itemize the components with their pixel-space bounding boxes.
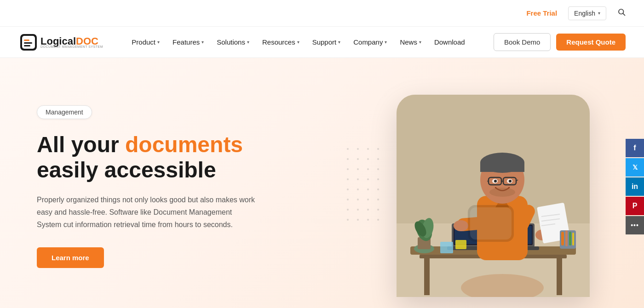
facebook-button[interactable]: f bbox=[626, 139, 644, 157]
free-trial-link[interactable]: Free Trial bbox=[526, 9, 557, 17]
nav-item-company[interactable]: Company ▾ bbox=[348, 34, 392, 50]
language-chevron-icon: ▾ bbox=[598, 11, 600, 16]
pinterest-button[interactable]: P bbox=[626, 197, 644, 215]
social-sidebar: f 𝕏 in P ••• bbox=[626, 139, 644, 234]
nav-link-download[interactable]: Download bbox=[429, 34, 471, 50]
svg-line-1 bbox=[623, 13, 625, 15]
nav-item-news[interactable]: News ▾ bbox=[394, 34, 427, 50]
hero-illustration bbox=[397, 95, 590, 297]
hero-title-part1: All your bbox=[37, 132, 125, 157]
svg-point-37 bbox=[494, 180, 497, 183]
language-label: English bbox=[574, 10, 595, 17]
nav-item-features[interactable]: Features ▾ bbox=[167, 34, 209, 50]
nav-link-solutions[interactable]: Solutions ▾ bbox=[211, 34, 255, 50]
svg-point-47 bbox=[454, 220, 468, 231]
svg-rect-53 bbox=[569, 232, 571, 245]
linkedin-icon: in bbox=[632, 183, 638, 191]
request-quote-button[interactable]: Request Quote bbox=[556, 34, 626, 51]
svg-rect-12 bbox=[424, 258, 430, 295]
logo-icon bbox=[18, 32, 39, 52]
nav-buttons: Book Demo Request Quote bbox=[494, 33, 626, 51]
nav-item-product[interactable]: Product ▾ bbox=[126, 34, 165, 50]
nav-item-support[interactable]: Support ▾ bbox=[307, 34, 346, 50]
linkedin-button[interactable]: in bbox=[626, 177, 644, 196]
support-chevron-icon: ▾ bbox=[338, 40, 340, 45]
nav-item-resources[interactable]: Resources ▾ bbox=[257, 34, 305, 50]
hero-title-part2: easily accessible bbox=[37, 158, 216, 182]
resources-chevron-icon: ▾ bbox=[297, 40, 299, 45]
svg-rect-5 bbox=[24, 42, 32, 44]
more-social-button[interactable]: ••• bbox=[626, 216, 644, 234]
navbar: LogicalDOC DOCUMENT MANAGEMENT SYSTEM Pr… bbox=[0, 27, 644, 58]
nav-link-product[interactable]: Product ▾ bbox=[126, 34, 165, 50]
nav-link-company[interactable]: Company ▾ bbox=[348, 34, 392, 50]
solutions-chevron-icon: ▾ bbox=[247, 40, 249, 45]
svg-point-39 bbox=[489, 188, 515, 197]
features-chevron-icon: ▾ bbox=[201, 40, 204, 45]
hero-content: Management All your documents easily acc… bbox=[37, 105, 361, 268]
svg-rect-51 bbox=[561, 232, 564, 245]
logo[interactable]: LogicalDOC DOCUMENT MANAGEMENT SYSTEM bbox=[18, 32, 103, 52]
svg-rect-52 bbox=[565, 230, 568, 246]
svg-rect-56 bbox=[455, 240, 466, 249]
search-button[interactable] bbox=[617, 8, 626, 18]
nav-item-download[interactable]: Download bbox=[429, 34, 471, 50]
product-chevron-icon: ▾ bbox=[157, 40, 160, 45]
twitter-button[interactable]: 𝕏 bbox=[626, 158, 644, 177]
top-bar: Free Trial English ▾ bbox=[0, 0, 644, 27]
twitter-icon: 𝕏 bbox=[632, 164, 638, 171]
logo-text-container: LogicalDOC DOCUMENT MANAGEMENT SYSTEM bbox=[40, 36, 103, 48]
more-social-icon: ••• bbox=[631, 222, 639, 229]
facebook-icon: f bbox=[633, 144, 636, 152]
pinterest-icon: P bbox=[632, 202, 638, 210]
hero-section: Management All your documents easily acc… bbox=[0, 58, 644, 308]
svg-rect-49 bbox=[470, 207, 512, 240]
hero-image-container bbox=[397, 95, 590, 297]
hero-image-area bbox=[361, 76, 626, 297]
svg-rect-13 bbox=[557, 258, 562, 295]
language-selector[interactable]: English ▾ bbox=[568, 6, 606, 20]
hero-description: Properly organized things not only looks… bbox=[37, 194, 258, 231]
nav-link-resources[interactable]: Resources ▾ bbox=[257, 34, 305, 50]
nav-item-solutions[interactable]: Solutions ▾ bbox=[211, 34, 255, 50]
management-badge: Management bbox=[37, 105, 92, 119]
svg-rect-4 bbox=[24, 40, 29, 41]
svg-point-38 bbox=[509, 180, 512, 183]
learn-more-button[interactable]: Learn more bbox=[37, 247, 104, 268]
news-chevron-icon: ▾ bbox=[419, 40, 421, 45]
logo-subtitle: DOCUMENT MANAGEMENT SYSTEM bbox=[40, 45, 103, 48]
nav-link-news[interactable]: News ▾ bbox=[394, 34, 427, 50]
svg-rect-6 bbox=[24, 45, 30, 46]
svg-rect-54 bbox=[572, 233, 574, 245]
company-chevron-icon: ▾ bbox=[385, 40, 387, 45]
book-demo-button[interactable]: Book Demo bbox=[494, 33, 551, 51]
svg-rect-29 bbox=[480, 163, 524, 172]
svg-rect-55 bbox=[440, 242, 453, 253]
hero-title-highlight: documents bbox=[125, 132, 243, 157]
hero-title: All your documents easily accessible bbox=[37, 132, 361, 183]
nav-link-features[interactable]: Features ▾ bbox=[167, 34, 209, 50]
nav-links: Product ▾ Features ▾ Solutions ▾ Resourc… bbox=[126, 34, 470, 50]
nav-link-support[interactable]: Support ▾ bbox=[307, 34, 346, 50]
